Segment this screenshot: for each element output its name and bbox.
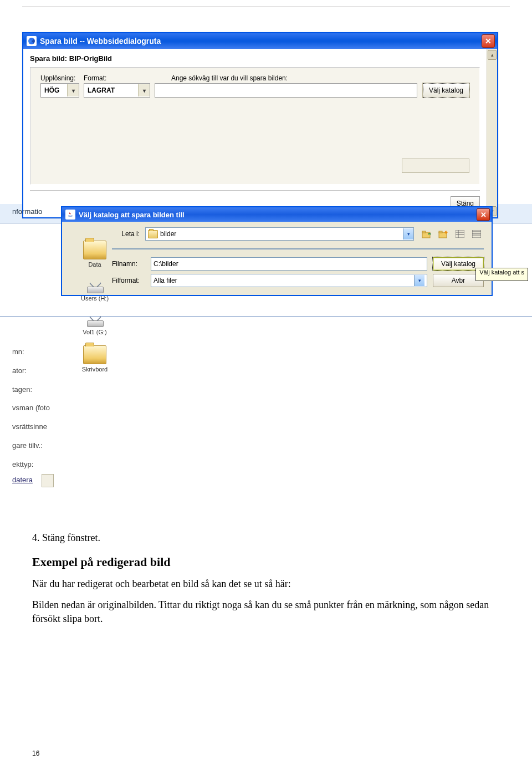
filetype-combo[interactable]: Alla filer ▾ bbox=[151, 274, 427, 287]
page-number: 16 bbox=[32, 749, 39, 757]
up-folder-button[interactable] bbox=[420, 227, 434, 241]
format-label: Format: bbox=[84, 74, 150, 82]
filetype-value: Alla filer bbox=[154, 277, 177, 284]
filetype-label: Filformat: bbox=[112, 277, 145, 284]
browse-button[interactable]: Välj katalog bbox=[423, 83, 469, 98]
tooltip: Välj katalog att s bbox=[475, 268, 528, 281]
dialog2-title: Välj katalog att spara bilden till bbox=[79, 211, 185, 219]
svg-rect-12 bbox=[472, 230, 481, 238]
save-image-dialog: Spara bild -- Webbsidedialogruta ✕ Spara… bbox=[22, 32, 498, 218]
svg-rect-3 bbox=[439, 231, 442, 233]
bg-left-label-3: vsman (foto bbox=[12, 399, 62, 417]
bg-left-label-5: gare tillv.: bbox=[12, 436, 62, 455]
bg-left-label-6: ekttyp: bbox=[12, 455, 62, 474]
bg-update-link[interactable]: datera bbox=[12, 476, 33, 484]
network-drive-icon bbox=[84, 278, 106, 293]
filename-input[interactable]: C:\bilder bbox=[151, 257, 427, 271]
close-icon: ✕ bbox=[480, 211, 487, 219]
bg-left-label-0: mn: bbox=[12, 343, 62, 361]
close-icon: ✕ bbox=[485, 37, 492, 45]
chevron-down-icon: ▾ bbox=[414, 275, 424, 286]
place-label-2: Vol1 (G:) bbox=[83, 329, 106, 335]
place-label-1: Users (H:) bbox=[81, 295, 109, 302]
format-select[interactable]: LAGRAT ▾ bbox=[84, 83, 150, 98]
example-heading: Exempel på redigerad bild bbox=[32, 555, 499, 569]
place-data[interactable]: Data bbox=[83, 241, 106, 268]
file-list-pane[interactable] bbox=[112, 248, 484, 249]
folder-icon bbox=[83, 241, 106, 259]
dialog1-title: Spara bild -- Webbsidedialogruta bbox=[40, 37, 161, 45]
step-4: 4. Stäng fönstret. bbox=[32, 532, 499, 544]
dialog1-header: Spara bild: BIP-OrigBild bbox=[30, 54, 112, 63]
savepath-label: Ange sökväg till var du vill spara bilde… bbox=[171, 74, 469, 82]
folder-icon bbox=[83, 345, 106, 364]
new-folder-button[interactable] bbox=[436, 227, 451, 241]
chevron-down-icon: ▾ bbox=[138, 84, 150, 96]
chevron-down-icon: ▾ bbox=[67, 84, 79, 96]
cancel-label: Avbr bbox=[452, 277, 465, 284]
choose-folder-label: Välj katalog bbox=[441, 260, 475, 268]
network-drive-icon bbox=[84, 312, 106, 327]
svg-rect-8 bbox=[456, 230, 464, 238]
bg-left-labels: mn: ator: tagen: vsman (foto vsrättsinne… bbox=[12, 343, 62, 474]
dialog2-titlebar[interactable]: Välj katalog att spara bilden till ✕ bbox=[62, 207, 492, 222]
svg-rect-1 bbox=[422, 231, 426, 233]
java-icon bbox=[65, 210, 75, 220]
bg-left-label-4: vsrättsinne bbox=[12, 417, 62, 436]
paragraph-1: När du har redigerat och bearbetat en bi… bbox=[32, 577, 499, 590]
dialog1-titlebar[interactable]: Spara bild -- Webbsidedialogruta ✕ bbox=[23, 33, 497, 49]
browse-button-label: Välj katalog bbox=[429, 86, 463, 94]
dialog1-empty-button[interactable] bbox=[402, 159, 469, 173]
place-desktop[interactable]: Skrivbord bbox=[82, 345, 108, 373]
lookin-combo[interactable]: bilder ▾ bbox=[145, 227, 414, 241]
lookin-value: bilder bbox=[160, 230, 176, 238]
page-top-rule bbox=[22, 0, 510, 7]
bg-left-label-2: tagen: bbox=[12, 380, 62, 399]
document-text: 4. Stäng fönstret. Exempel på redigerad … bbox=[32, 532, 499, 633]
lookin-label: Leta i: bbox=[112, 230, 140, 238]
bg-left-label-1: ator: bbox=[12, 361, 62, 380]
place-label-3: Skrivbord bbox=[82, 366, 108, 373]
paragraph-2: Bilden nedan är originalbilden. Tittar d… bbox=[32, 598, 499, 625]
resolution-select[interactable]: HÖG ▾ bbox=[40, 83, 79, 98]
bg-info-label: nformatio bbox=[12, 207, 42, 216]
dialog1-close-button[interactable]: ✕ bbox=[482, 34, 495, 48]
place-users-h[interactable]: Users (H:) bbox=[81, 278, 109, 302]
place-vol1-g[interactable]: Vol1 (G:) bbox=[83, 312, 106, 335]
filename-value: C:\bilder bbox=[154, 260, 178, 268]
resolution-label: Upplösning: bbox=[40, 74, 79, 82]
list-view-button[interactable] bbox=[453, 227, 467, 241]
dialog1-scrollbar[interactable]: ▴ ▾ bbox=[487, 49, 497, 217]
details-view-button[interactable] bbox=[469, 227, 484, 241]
folder-icon bbox=[148, 230, 158, 238]
format-value: LAGRAT bbox=[88, 86, 115, 94]
ie-icon bbox=[27, 36, 37, 46]
choose-folder-dialog: Välj katalog att spara bilden till ✕ Dat… bbox=[61, 206, 493, 296]
savepath-input[interactable] bbox=[155, 83, 417, 98]
resolution-value: HÖG bbox=[44, 86, 59, 94]
chevron-down-icon: ▾ bbox=[403, 228, 413, 239]
place-label-0: Data bbox=[88, 261, 101, 268]
dialog2-close-button[interactable]: ✕ bbox=[477, 208, 490, 221]
scroll-up-icon[interactable]: ▴ bbox=[488, 50, 497, 60]
filename-label: Filnamn: bbox=[112, 260, 145, 268]
bg-update-button-cut bbox=[42, 474, 54, 487]
bg-cut-text: ur bbox=[512, 32, 531, 47]
